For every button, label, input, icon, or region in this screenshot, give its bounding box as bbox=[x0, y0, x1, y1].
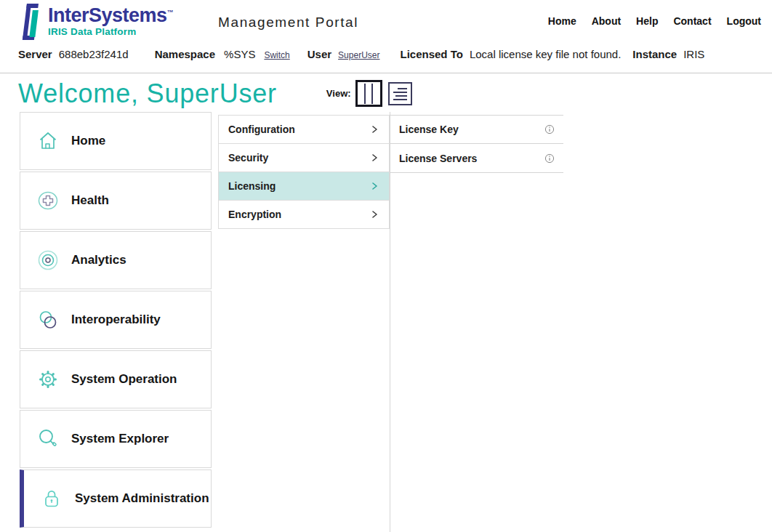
licensing-detail-menu: License Key License Servers bbox=[390, 115, 563, 173]
linked-rings-icon bbox=[36, 308, 60, 331]
concentric-circles-icon bbox=[36, 249, 60, 272]
submenu-item-licensing[interactable]: Licensing bbox=[218, 172, 390, 201]
column-divider bbox=[390, 112, 390, 532]
instance-value: IRIS bbox=[683, 48, 704, 60]
view-label: View: bbox=[326, 88, 351, 99]
list-view-icon[interactable] bbox=[388, 82, 412, 105]
namespace-label: Namespace bbox=[155, 48, 215, 60]
sidebar-item-health[interactable]: Health bbox=[20, 172, 212, 230]
administration-submenu: Configuration Security Licensing Encrypt… bbox=[218, 115, 390, 229]
header: InterSystems™ IRIS Data Platform Managem… bbox=[0, 0, 772, 44]
nav-logout-link[interactable]: Logout bbox=[727, 15, 761, 27]
licensed-to-label: Licensed To bbox=[400, 48, 462, 60]
sidebar-item-home[interactable]: Home bbox=[20, 112, 212, 170]
submenu-item-configuration[interactable]: Configuration bbox=[218, 115, 390, 144]
detail-item-license-servers[interactable]: License Servers bbox=[390, 144, 563, 173]
top-nav: Home About Help Contact Logout bbox=[548, 15, 761, 27]
user-label: User bbox=[307, 48, 331, 60]
nav-home-link[interactable]: Home bbox=[548, 15, 576, 27]
health-cross-icon bbox=[36, 189, 60, 212]
home-icon bbox=[36, 129, 60, 153]
page-title: Management Portal bbox=[218, 15, 358, 31]
columns-view-icon[interactable] bbox=[355, 80, 382, 107]
chevron-right-icon bbox=[369, 181, 379, 191]
switch-namespace-link[interactable]: Switch bbox=[264, 50, 289, 60]
submenu-item-security[interactable]: Security bbox=[218, 143, 390, 172]
sidebar-item-analytics[interactable]: Analytics bbox=[20, 231, 212, 289]
chevron-right-icon bbox=[369, 209, 379, 219]
padlock-icon bbox=[40, 487, 63, 510]
sidebar-menu: Home Health Analytics bbox=[20, 112, 212, 529]
nav-contact-link[interactable]: Contact bbox=[673, 15, 711, 27]
submenu-item-encryption[interactable]: Encryption bbox=[218, 200, 390, 229]
server-value: 688eb23f241d bbox=[59, 48, 129, 60]
sidebar-item-system-explorer[interactable]: System Explorer bbox=[20, 410, 212, 468]
nav-about-link[interactable]: About bbox=[592, 15, 621, 27]
gear-icon bbox=[36, 368, 60, 391]
trademark: ™ bbox=[167, 9, 174, 16]
licensed-to-value: Local license key file not found. bbox=[470, 48, 621, 60]
user-profile-link[interactable]: SuperUser bbox=[338, 50, 379, 60]
nav-help-link[interactable]: Help bbox=[636, 15, 658, 27]
main-content: Home Health Analytics bbox=[0, 112, 772, 532]
detail-item-license-key[interactable]: License Key bbox=[390, 115, 563, 144]
sidebar-item-system-operation[interactable]: System Operation bbox=[20, 350, 212, 408]
info-icon[interactable] bbox=[544, 124, 555, 134]
server-label: Server bbox=[18, 48, 52, 60]
info-icon[interactable] bbox=[544, 153, 555, 164]
server-info-bar: Server 688eb23f241d Namespace %SYS Switc… bbox=[0, 44, 772, 69]
intersystems-logo-icon bbox=[18, 4, 43, 40]
brand-subtitle: IRIS Data Platform bbox=[48, 27, 173, 37]
chevron-right-icon bbox=[369, 153, 379, 163]
namespace-value: %SYS bbox=[224, 48, 255, 60]
magnifier-icon bbox=[36, 427, 60, 451]
brand-name: InterSystems™ bbox=[48, 6, 173, 25]
sidebar-item-system-administration[interactable]: System Administration bbox=[20, 469, 212, 528]
chevron-right-icon bbox=[369, 124, 379, 134]
welcome-heading: Welcome, SuperUser bbox=[18, 78, 277, 109]
welcome-bar: Welcome, SuperUser View: bbox=[0, 73, 772, 112]
intersystems-logo[interactable]: InterSystems™ IRIS Data Platform bbox=[18, 4, 173, 40]
instance-label: Instance bbox=[632, 48, 677, 60]
sidebar-item-interoperability[interactable]: Interoperability bbox=[20, 291, 212, 349]
